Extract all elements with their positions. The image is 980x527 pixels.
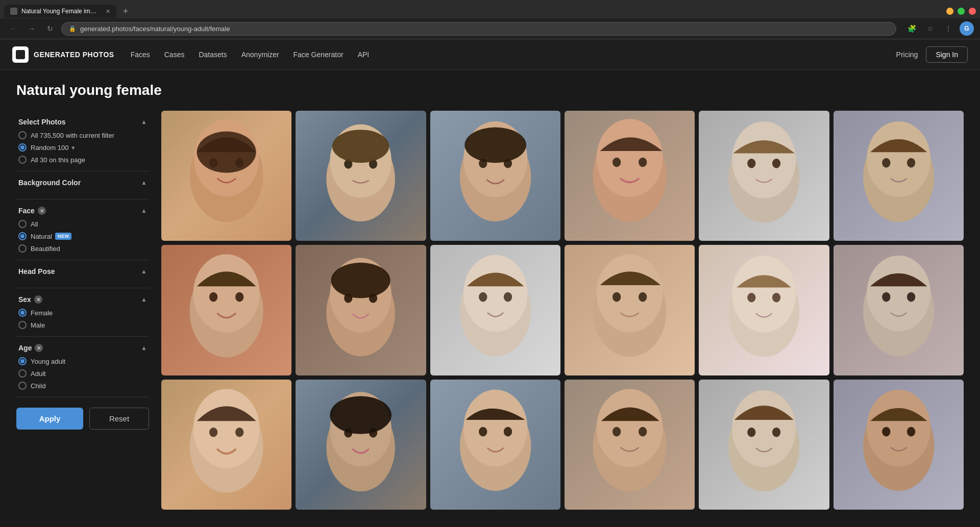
menu-button[interactable]: ⋮: [941, 21, 955, 36]
profile-avatar[interactable]: G: [960, 21, 974, 36]
photo-cell-14[interactable]: [296, 380, 426, 510]
age-adult-radio[interactable]: [18, 369, 27, 378]
photo-cell-5[interactable]: [699, 111, 829, 241]
background-color-header[interactable]: Background Color ▲: [16, 179, 149, 187]
photo-cell-8[interactable]: [296, 245, 426, 375]
face-header[interactable]: Face ✕ ▲: [16, 207, 149, 215]
sex-male-radio[interactable]: [18, 321, 27, 329]
photo-cell-7[interactable]: [161, 245, 291, 375]
sex-female-option[interactable]: Female: [18, 309, 147, 317]
photo-cell-6[interactable]: [834, 111, 964, 241]
age-child-radio[interactable]: [18, 382, 27, 390]
signin-button[interactable]: Sign In: [926, 46, 968, 63]
svg-point-18: [639, 158, 647, 167]
active-tab[interactable]: Natural Young Female images | ✕: [4, 5, 116, 18]
apply-button[interactable]: Apply: [16, 408, 83, 430]
nav-api[interactable]: API: [358, 51, 370, 59]
browser-chrome: Natural Young Female images | ✕ + ← → ↻ …: [0, 0, 980, 39]
nav-datasets[interactable]: Datasets: [199, 51, 227, 59]
svg-point-20: [732, 121, 796, 198]
forward-button[interactable]: →: [24, 21, 39, 36]
svg-point-54: [209, 428, 217, 437]
nav-faces[interactable]: Faces: [131, 51, 150, 59]
face-all-option[interactable]: All: [18, 220, 147, 228]
sex-collapse-icon: ▲: [141, 296, 147, 303]
face-natural-option[interactable]: Natural NEW: [18, 232, 147, 240]
select-photos-header[interactable]: Select Photos ▲: [16, 118, 149, 126]
svg-point-53: [193, 389, 260, 468]
address-bar[interactable]: 🔒 generated.photos/faces/natural/young-a…: [61, 22, 896, 36]
face-beautified-option[interactable]: Beautified: [18, 244, 147, 253]
select-all-radio[interactable]: [18, 131, 27, 139]
main-container: Natural young female Select Photos ▲ All…: [0, 70, 980, 522]
select-all-label: All 735,500 with current filter: [31, 132, 114, 139]
head-pose-collapse-icon: ▲: [141, 268, 147, 275]
select-page-radio[interactable]: [18, 156, 27, 164]
photo-cell-12[interactable]: [834, 245, 964, 375]
age-header[interactable]: Age ✕ ▲: [16, 344, 149, 352]
select-photos-collapse-icon: ▲: [141, 118, 147, 126]
photo-cell-13[interactable]: [161, 380, 291, 510]
face-clear-badge[interactable]: ✕: [38, 207, 46, 215]
svg-point-22: [772, 159, 780, 168]
photo-cell-9[interactable]: [430, 245, 560, 375]
close-button[interactable]: [969, 8, 976, 15]
svg-point-76: [907, 427, 915, 437]
sex-male-option[interactable]: Male: [18, 321, 147, 329]
face-all-label: All: [31, 220, 38, 228]
face-all-radio[interactable]: [18, 220, 27, 228]
refresh-button[interactable]: ↻: [43, 21, 57, 36]
select-all-option[interactable]: All 735,500 with current filter: [18, 131, 147, 139]
reset-button[interactable]: Reset: [89, 408, 149, 430]
select-photos-title: Select Photos: [18, 118, 66, 126]
select-random-option[interactable]: Random 100 ▾: [18, 143, 147, 152]
nav-cases[interactable]: Cases: [164, 51, 185, 59]
age-young-adult-radio[interactable]: [18, 357, 27, 365]
age-adult-label: Adult: [31, 370, 46, 378]
photo-cell-10[interactable]: [565, 245, 695, 375]
photo-cell-17[interactable]: [699, 380, 829, 510]
page-title: Natural young female: [16, 82, 964, 98]
age-adult-option[interactable]: Adult: [18, 369, 147, 378]
photo-cell-2[interactable]: [296, 111, 426, 241]
minimize-button[interactable]: [946, 8, 953, 15]
sex-header[interactable]: Sex ✕ ▲: [16, 295, 149, 304]
age-young-adult-option[interactable]: Young adult: [18, 357, 147, 365]
browser-actions: 🧩 ☆ ⋮ G: [904, 21, 974, 36]
age-clear-badge[interactable]: ✕: [35, 344, 43, 352]
sex-female-radio[interactable]: [18, 309, 27, 317]
photo-cell-18[interactable]: [834, 380, 964, 510]
head-pose-header[interactable]: Head Pose ▲: [16, 267, 149, 275]
photo-cell-3[interactable]: [430, 111, 560, 241]
select-page-option[interactable]: All 30 on this page: [18, 156, 147, 164]
svg-point-45: [732, 256, 796, 333]
age-child-option[interactable]: Child: [18, 382, 147, 390]
photo-cell-4[interactable]: [565, 111, 695, 241]
bookmark-button[interactable]: ☆: [923, 21, 937, 36]
select-random-radio[interactable]: [18, 143, 27, 152]
tab-close-button[interactable]: ✕: [106, 8, 110, 15]
svg-point-55: [235, 428, 243, 437]
pricing-link[interactable]: Pricing: [896, 51, 918, 59]
age-title: Age ✕: [18, 344, 43, 352]
back-button[interactable]: ←: [6, 21, 20, 36]
face-natural-radio[interactable]: [18, 232, 27, 240]
face-beautified-radio[interactable]: [18, 244, 27, 253]
extensions-button[interactable]: 🧩: [904, 21, 919, 36]
svg-point-24: [867, 121, 930, 197]
lock-icon: 🔒: [69, 26, 76, 32]
svg-point-39: [504, 292, 512, 302]
svg-point-30: [235, 292, 243, 302]
nav-anonymizer[interactable]: Anonymizer: [241, 51, 279, 59]
tab-title: Natural Young Female images |: [21, 8, 100, 15]
photo-cell-15[interactable]: [430, 380, 560, 510]
nav-face-generator[interactable]: Face Generator: [293, 51, 344, 59]
svg-point-50: [882, 292, 890, 302]
sex-clear-badge[interactable]: ✕: [34, 295, 42, 304]
photo-cell-1[interactable]: [161, 111, 291, 241]
photo-cell-16[interactable]: [565, 380, 695, 510]
maximize-button[interactable]: [958, 8, 965, 15]
new-tab-button[interactable]: +: [118, 4, 133, 18]
svg-point-26: [907, 158, 915, 168]
photo-cell-11[interactable]: [699, 245, 829, 375]
